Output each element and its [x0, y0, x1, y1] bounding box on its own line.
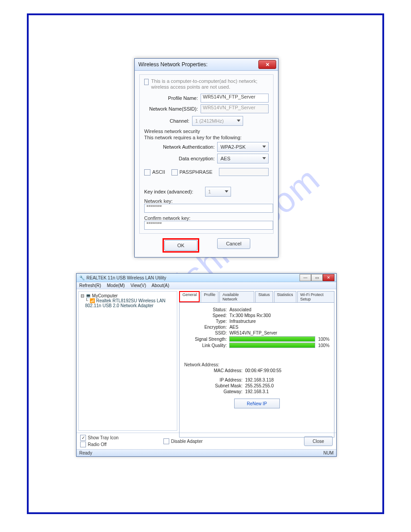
passphrase-input	[219, 168, 269, 176]
app-icon: 🔧	[79, 275, 85, 280]
network-key-label: Network key:	[144, 198, 269, 204]
link-bar	[229, 343, 315, 348]
profile-name-input[interactable]: WR514VN_FTP_Server	[201, 94, 269, 103]
ssid-input: WR514VN_FTP_Server	[201, 104, 269, 113]
mask-value: 255.255.255.0	[245, 383, 274, 388]
passphrase-label: PASSPHRASE	[180, 169, 213, 175]
tab-profile[interactable]: Profile	[201, 291, 218, 302]
gateway-value: 192.168.3.1	[245, 389, 269, 394]
adhoc-checkbox[interactable]	[144, 79, 149, 85]
mac-label: MAC Address:	[184, 368, 245, 373]
link-label: Link Quality:	[184, 343, 229, 348]
status-label: Status:	[184, 307, 229, 312]
ip-value: 192.168.3.118	[245, 378, 274, 382]
signal-label: Signal Strength:	[184, 337, 229, 342]
cancel-button[interactable]: Cancel	[217, 238, 250, 249]
wireless-properties-dialog: Wireless Network Properties: ✕ This is a…	[134, 58, 278, 257]
network-key-input[interactable]: ********	[144, 204, 273, 213]
lan-utility-window: 🔧 REALTEK 11n USB Wireless LAN Utility —…	[76, 273, 337, 457]
confirm-key-label: Confirm network key:	[144, 215, 269, 221]
minimize-icon[interactable]: —	[300, 274, 311, 281]
radio-off-label: Radio Off	[88, 442, 107, 447]
ok-button[interactable]: OK	[164, 240, 197, 251]
ssid-value: WR514VN_FTP_Server	[229, 330, 277, 335]
signal-bar	[229, 336, 315, 342]
link-percent: 100%	[318, 343, 330, 348]
show-tray-checkbox[interactable]: ✓	[80, 435, 86, 441]
ascii-label: ASCII	[152, 169, 165, 175]
renew-ip-button[interactable]: ReNew IP	[234, 399, 280, 408]
confirm-key-input[interactable]: ********	[144, 221, 273, 230]
tab-wps[interactable]: Wi-Fi Protect Setup	[297, 291, 334, 302]
tree-adapter[interactable]: Realtek RTL8192SU Wireless LAN 802.11n U…	[85, 298, 166, 308]
tab-statistics[interactable]: Statistics	[274, 291, 296, 302]
channel-label: Channel:	[170, 118, 192, 124]
maximize-icon[interactable]: ▭	[311, 274, 323, 281]
adhoc-label: This is a computer-to-computer(ad hoc) n…	[151, 78, 269, 90]
status-num: NUM	[323, 450, 334, 455]
encryption-label: Data encryption:	[144, 156, 217, 161]
tab-available-network[interactable]: Available Network	[219, 291, 254, 302]
disable-adapter-label: Disable Adapter	[171, 439, 203, 444]
close-button[interactable]: Close	[304, 436, 333, 446]
auth-label: Network Authentication:	[144, 144, 217, 150]
menu-refresh[interactable]: Refresh(R)	[79, 283, 101, 288]
keyindex-label: Key index (advanced):	[144, 189, 205, 194]
speed-label: Speed:	[184, 313, 229, 318]
enc-label: Encryption:	[184, 325, 229, 330]
security-heading: Wireless network security	[144, 129, 269, 134]
dialog-titlebar[interactable]: Wireless Network Properties: ✕	[135, 59, 278, 71]
tab-general[interactable]: General	[179, 291, 200, 302]
mac-value: 00:06:4F:99:00:55	[245, 368, 281, 373]
ascii-checkbox[interactable]	[144, 169, 150, 176]
disable-adapter-checkbox[interactable]	[163, 438, 169, 444]
mask-label: Subnet Mask:	[184, 383, 245, 388]
enc-value: AES	[229, 325, 238, 330]
device-tree[interactable]: ⊟ 💻 MyComputer └ 📶 Realtek RTL8192SU Wir…	[78, 291, 177, 431]
ssid-label: Network Name(SSID):	[144, 106, 201, 112]
auth-select[interactable]: WPA2-PSK	[217, 142, 269, 152]
radio-off-checkbox[interactable]	[80, 442, 86, 447]
passphrase-checkbox[interactable]	[171, 169, 178, 176]
security-subtext: This network requires a key for the foll…	[144, 135, 269, 140]
ssid-label: SSID:	[184, 330, 229, 335]
speed-value: Tx:300 Mbps Rx:300	[229, 313, 270, 318]
menu-bar[interactable]: Refresh(R) Mode(M) View(V) About(A)	[77, 282, 336, 289]
close-icon[interactable]: ✕	[258, 60, 276, 69]
gateway-label: Gateway:	[184, 389, 245, 394]
close-icon[interactable]: ✕	[323, 274, 334, 281]
tree-root[interactable]: MyComputer	[92, 293, 118, 298]
dialog-title: Wireless Network Properties:	[138, 61, 208, 68]
menu-mode[interactable]: Mode(M)	[107, 283, 125, 288]
encryption-select[interactable]: AES	[217, 154, 269, 163]
utility-title: REALTEK 11n USB Wireless LAN Utility	[86, 275, 166, 280]
status-value: Associated	[229, 307, 251, 312]
channel-select: 1 (2412MHz)	[192, 116, 243, 126]
status-ready: Ready	[79, 450, 92, 455]
type-value: Infrastructure	[229, 319, 256, 324]
signal-percent: 100%	[318, 337, 330, 342]
show-tray-label: Show Tray Icon	[88, 435, 119, 440]
type-label: Type:	[184, 319, 229, 324]
profile-name-label: Profile Name:	[144, 95, 201, 101]
keyindex-select: 1	[205, 187, 231, 197]
utility-titlebar[interactable]: 🔧 REALTEK 11n USB Wireless LAN Utility —…	[77, 274, 336, 282]
ok-highlight: OK	[163, 238, 199, 253]
menu-view[interactable]: View(V)	[130, 283, 146, 288]
ip-label: IP Address:	[184, 378, 245, 382]
netaddr-heading: Network Address:	[184, 362, 330, 367]
tab-status[interactable]: Status	[255, 291, 273, 302]
menu-about[interactable]: About(A)	[152, 283, 169, 288]
